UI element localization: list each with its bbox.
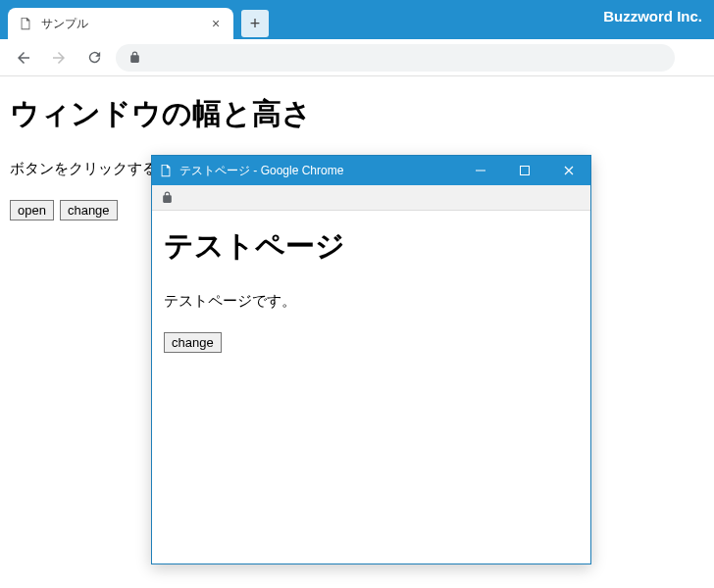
tab-title: サンプル [41,16,200,32]
address-bar[interactable] [116,44,675,72]
svg-rect-1 [520,167,529,175]
lock-icon [160,191,174,205]
back-button[interactable] [10,44,37,72]
close-icon[interactable]: × [208,16,224,31]
lock-icon [128,51,141,65]
minimize-button[interactable] [458,156,502,185]
popup-content: テストページ テストページです。 change [152,211,590,564]
new-tab-button[interactable]: + [241,10,269,37]
popup-titlebar[interactable]: テストページ - Google Chrome [152,156,590,185]
change-button[interactable]: change [60,200,118,220]
reload-button[interactable] [80,44,108,72]
popup-heading: テストページ [164,226,579,267]
popup-paragraph: テストページです。 [164,292,579,311]
browser-tab[interactable]: サンプル × [8,8,233,39]
branding-label: Buzzword Inc. [603,8,702,24]
open-button[interactable]: open [10,200,54,220]
popup-address-bar[interactable] [152,185,590,211]
svg-rect-0 [476,171,485,172]
forward-button[interactable] [45,44,73,72]
popup-window-title: テストページ - Google Chrome [179,163,458,179]
browser-toolbar [0,39,714,76]
close-button[interactable] [546,156,590,185]
page-icon [18,16,33,31]
page-heading: ウィンドウの幅と高さ [10,94,704,134]
popup-change-button[interactable]: change [164,332,222,353]
maximize-button[interactable] [502,156,546,185]
popup-window: テストページ - Google Chrome テストページ テストページです。 … [151,155,591,564]
page-icon [158,163,174,178]
